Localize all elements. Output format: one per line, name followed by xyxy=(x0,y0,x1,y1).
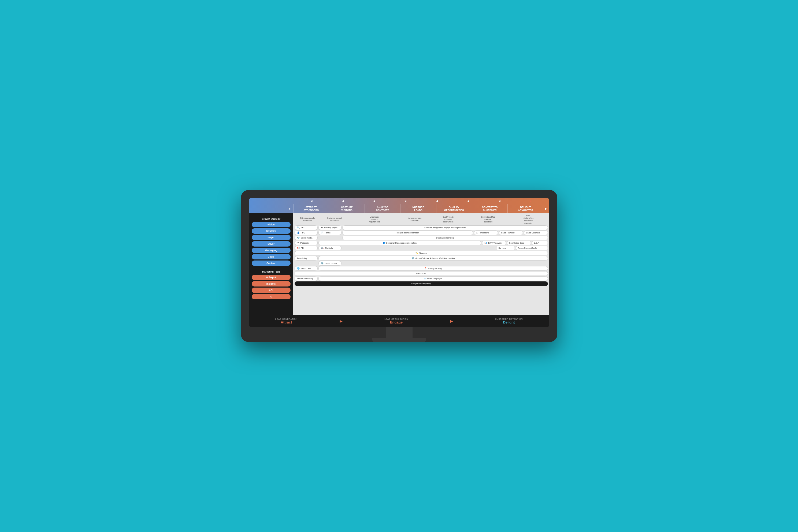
pill-social-media[interactable]: 🐦Social media xyxy=(294,235,318,240)
pill-hubspot-score: Hubspot score automation xyxy=(342,230,473,235)
sidebar-btn-insights[interactable]: Insights xyxy=(252,281,290,286)
stage-headers: ◄ Attract Strangers CaptureVisitors Anal… xyxy=(249,204,549,214)
sidebar-btn-buyer2[interactable]: Buyer xyxy=(252,241,290,247)
footer-delight-label: Customer Retention xyxy=(495,318,523,320)
pill-sales-materials[interactable]: Sales Materials xyxy=(524,230,548,235)
pill-web-cms[interactable]: 🌐Web / CMS xyxy=(294,266,318,271)
sidebar-btn-buyer1[interactable]: Buyer xyxy=(252,235,290,240)
pill-activity-tracking: 📍Activity tracking xyxy=(319,266,548,271)
pill-lcr[interactable]: L.C.R xyxy=(532,241,548,245)
pill-chatbots[interactable]: 🤖Chatbots xyxy=(319,246,342,250)
stage-capture[interactable]: CaptureVisitors xyxy=(329,204,364,214)
pill-surveys[interactable]: Surveys xyxy=(496,246,515,250)
row-gated: ⚙️Gated content xyxy=(294,261,548,266)
footer-arrow-2: ▶ xyxy=(450,319,453,323)
stage-prev-arrow[interactable]: ◄ xyxy=(288,207,291,211)
sidebar-btn-vision[interactable]: Vision xyxy=(252,222,290,227)
desc-qualify: Qualify leadsto createopportunities xyxy=(429,216,468,223)
row-blogging: ✏️Blogging xyxy=(294,251,548,255)
stage-convert[interactable]: Convert toCustomer xyxy=(472,204,508,214)
pill-blogging: ✏️Blogging xyxy=(294,251,548,255)
nav-arrow-7[interactable]: ◄ xyxy=(498,199,501,203)
sidebar-section-tech: Marketing Tech xyxy=(252,270,290,273)
footer-attract-main: Attract xyxy=(275,320,298,324)
pill-knowledge-base[interactable]: Knowledge Base xyxy=(507,241,531,245)
monitor-stand-neck xyxy=(386,327,413,338)
pill-landing-pages[interactable]: 🖥Landing pages xyxy=(319,225,342,230)
pill-activities: Activities designed to engage existing c… xyxy=(342,225,548,230)
nav-arrow-1[interactable]: ◄ xyxy=(310,199,313,203)
pill-customer-db-seg: 👥Customer Database segmentation xyxy=(319,241,481,245)
stage-qualify[interactable]: QualifyOpportunities xyxy=(436,204,472,214)
pill-gated-content[interactable]: ⚙️Gated content xyxy=(319,261,342,266)
stage-analyse[interactable]: AnalyseContacts xyxy=(364,204,400,214)
row-web-cms: 🌐Web / CMS 📍Activity tracking xyxy=(294,266,548,271)
row-resources: Resources xyxy=(294,271,548,276)
top-arrow-nav: ◄ ◄ ◄ ◄ ◄ ◄ ◄ ► xyxy=(249,198,549,204)
pill-bant[interactable]: 📊BANT Analysis xyxy=(482,241,506,245)
pill-workflow: ⚙️Internal/External Automate Workflow cr… xyxy=(319,256,548,261)
nav-arrow-4[interactable]: ◄ xyxy=(404,199,407,203)
nav-arrow-5[interactable]: ◄ xyxy=(435,199,438,203)
footer-arrow-1: ▶ xyxy=(340,319,343,323)
desc-capture: Capturing contactinformation xyxy=(321,217,348,222)
pill-sales-playbook[interactable]: Sales Playbook xyxy=(499,230,523,235)
stage-attract[interactable]: Attract Strangers xyxy=(293,204,329,214)
footer-attract: Lead Generation Attract xyxy=(275,318,298,324)
sidebar-btn-hubspot[interactable]: Hubspot xyxy=(252,275,290,280)
nav-arrow-right[interactable]: ► xyxy=(529,199,532,203)
row-advertising: Advertising ⚙️Internal/External Automate… xyxy=(294,256,548,261)
stage-nurture[interactable]: NurtureLeads xyxy=(400,204,436,214)
sidebar: Growth Strategy Vision Strategy Buyer Bu… xyxy=(249,213,293,315)
screen: ◄ ◄ ◄ ◄ ◄ ◄ ◄ ► ◄ Attract Strangers Capt… xyxy=(249,198,549,327)
monitor: ◄ ◄ ◄ ◄ ◄ ◄ ◄ ► ◄ Attract Strangers Capt… xyxy=(241,190,557,342)
footer-delight: Customer Retention Delight xyxy=(495,318,523,324)
footer-engage: Lead Optimisation Engage xyxy=(384,318,408,324)
nav-arrow-6[interactable]: ◄ xyxy=(467,199,470,203)
row-social: 🐦Social media Database cleansing xyxy=(294,235,548,240)
desc-attract: Drive new peopleto website xyxy=(294,217,321,222)
bottom-footer: Lead Generation Attract ▶ Lead Optimisat… xyxy=(249,315,549,327)
pill-advertising[interactable]: Advertising xyxy=(294,256,318,261)
sidebar-btn-abi[interactable]: ABI xyxy=(252,288,290,293)
footer-engage-label: Lead Optimisation xyxy=(384,318,408,320)
desc-convert: Convert qualifiedleads intocustomers xyxy=(469,216,508,223)
pill-database-cleansing: Database cleansing xyxy=(342,235,548,240)
pill-affiliate-marketing[interactable]: Affiliate marketing xyxy=(294,276,318,281)
row-ppc: 👤PPC 📄Forms Hubspot score automation AI … xyxy=(294,230,548,235)
stage-delight[interactable]: DelightAdvocates xyxy=(508,204,543,214)
desc-nurture: Nurture contactsinto leads xyxy=(402,217,428,222)
pill-forms[interactable]: 📄Forms xyxy=(319,230,342,235)
sidebar-btn-ai[interactable]: AI xyxy=(252,294,290,299)
row-analysis: Analysis and reporting xyxy=(294,281,548,286)
pill-pr[interactable]: 📢PR xyxy=(294,246,318,250)
row-seo: 🔍SEO 🖥Landing pages Activities designed … xyxy=(294,225,548,230)
pill-ppc[interactable]: 👤PPC xyxy=(294,230,318,235)
desc-analyse: Understandcontactrequirements xyxy=(348,216,401,223)
pill-seo[interactable]: 🔍SEO xyxy=(294,225,318,230)
pill-email-campaigns: ✉️Email campaigns xyxy=(319,276,548,281)
nav-arrow-3[interactable]: ◄ xyxy=(373,199,376,203)
pill-focus-groups[interactable]: Focus Groups (CAB) xyxy=(516,246,548,250)
pill-podcasts[interactable]: 🎙Podcasts xyxy=(294,241,318,245)
footer-delight-main: Delight xyxy=(495,320,523,324)
nav-arrow-2[interactable]: ◄ xyxy=(341,199,344,203)
desc-delight: Buildrelationshipsthat createadvocates xyxy=(509,214,548,224)
sidebar-btn-goals[interactable]: Goals xyxy=(252,254,290,260)
pill-analysis-reporting: Analysis and reporting xyxy=(294,281,548,286)
sidebar-btn-content[interactable]: Content xyxy=(252,261,290,266)
main-content: Growth Strategy Vision Strategy Buyer Bu… xyxy=(249,213,549,315)
monitor-stand-base xyxy=(372,338,426,342)
sub-desc-row: Drive new peopleto website Capturing con… xyxy=(294,214,548,224)
footer-engage-main: Engage xyxy=(384,320,408,324)
row-pr: 📢PR 🤖Chatbots Surveys Focus Groups (CAB) xyxy=(294,246,548,250)
pill-resources: Resources xyxy=(294,271,548,276)
pill-ai-forecasting[interactable]: AI Forecasting xyxy=(474,230,498,235)
sidebar-btn-strategy[interactable]: Strategy xyxy=(252,228,290,234)
sidebar-section-growth: Growth Strategy xyxy=(252,217,290,220)
footer-attract-label: Lead Generation xyxy=(275,318,298,320)
stage-next-arrow[interactable]: ► xyxy=(545,207,548,211)
content-grid: Drive new peopleto website Capturing con… xyxy=(293,213,549,315)
sidebar-btn-messaging[interactable]: Messaging xyxy=(252,248,290,253)
row-podcasts: 🎙Podcasts 👥Customer Database segmentatio… xyxy=(294,241,548,245)
